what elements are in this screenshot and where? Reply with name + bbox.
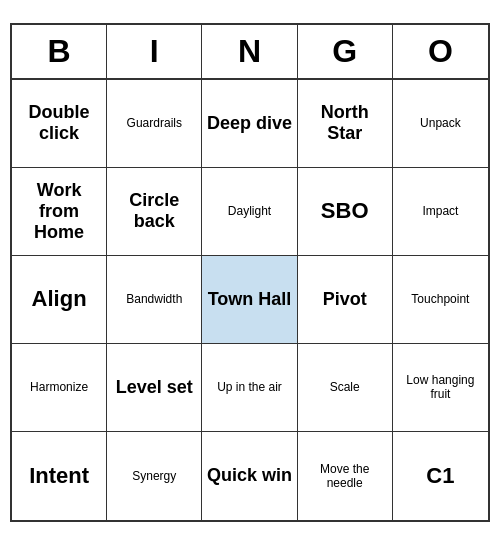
bingo-cell-1: Guardrails — [107, 80, 202, 168]
bingo-cell-0: Double click — [12, 80, 107, 168]
bingo-cell-22: Quick win — [202, 432, 297, 520]
header-letter-i: I — [107, 25, 202, 78]
bingo-cell-5: Work from Home — [12, 168, 107, 256]
bingo-cell-23: Move the needle — [298, 432, 393, 520]
header-letter-b: B — [12, 25, 107, 78]
bingo-cell-13: Pivot — [298, 256, 393, 344]
bingo-card: BINGO Double clickGuardrailsDeep diveNor… — [10, 23, 490, 522]
header-letter-o: O — [393, 25, 488, 78]
bingo-cell-20: Intent — [12, 432, 107, 520]
bingo-cell-6: Circle back — [107, 168, 202, 256]
bingo-cell-2: Deep dive — [202, 80, 297, 168]
bingo-cell-15: Harmonize — [12, 344, 107, 432]
bingo-cell-8: SBO — [298, 168, 393, 256]
bingo-cell-21: Synergy — [107, 432, 202, 520]
bingo-cell-9: Impact — [393, 168, 488, 256]
bingo-cell-18: Scale — [298, 344, 393, 432]
header-letter-n: N — [202, 25, 297, 78]
bingo-cell-24: C1 — [393, 432, 488, 520]
bingo-cell-12: Town Hall — [202, 256, 297, 344]
bingo-cell-7: Daylight — [202, 168, 297, 256]
header-letter-g: G — [298, 25, 393, 78]
bingo-cell-14: Touchpoint — [393, 256, 488, 344]
bingo-cell-16: Level set — [107, 344, 202, 432]
bingo-cell-17: Up in the air — [202, 344, 297, 432]
bingo-cell-4: Unpack — [393, 80, 488, 168]
bingo-cell-19: Low hanging fruit — [393, 344, 488, 432]
bingo-cell-3: North Star — [298, 80, 393, 168]
bingo-header: BINGO — [12, 25, 488, 80]
bingo-grid: Double clickGuardrailsDeep diveNorth Sta… — [12, 80, 488, 520]
bingo-cell-10: Align — [12, 256, 107, 344]
bingo-cell-11: Bandwidth — [107, 256, 202, 344]
